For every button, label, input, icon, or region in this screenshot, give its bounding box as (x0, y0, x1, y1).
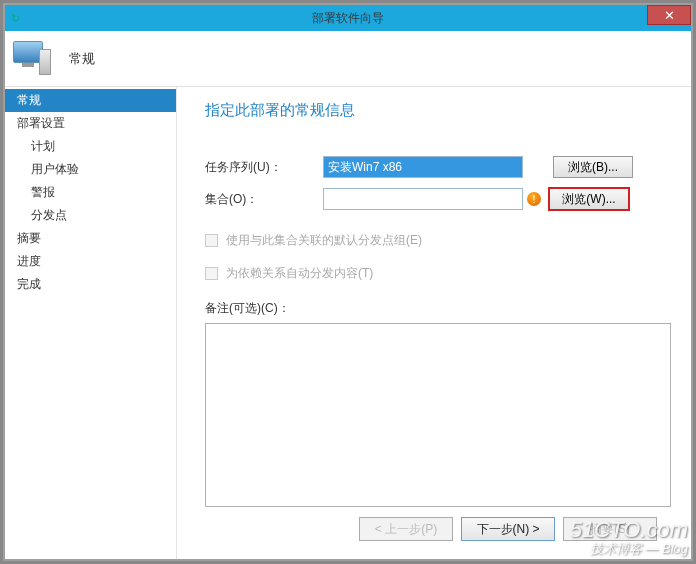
sidebar-item-schedule[interactable]: 计划 (5, 135, 176, 158)
sidebar-item-general[interactable]: 常规 (5, 89, 176, 112)
task-input[interactable] (323, 156, 523, 178)
sidebar: 常规 部署设置 计划 用户体验 警报 分发点 摘要 进度 完成 (5, 87, 177, 559)
warning-icon: ! (527, 192, 541, 206)
watermark: 51CTO.com 技术博客 — Blog (570, 518, 688, 556)
titlebar: ↻ 部署软件向导 ✕ (5, 5, 691, 31)
checkbox-default-groups (205, 234, 218, 247)
browse-b-button[interactable]: 浏览(B)... (553, 156, 633, 178)
window-title: 部署软件向导 (5, 10, 691, 27)
main-panel: 指定此部署的常规信息 任务序列(U)： 浏览(B)... 集合(O)： ! 浏览… (177, 87, 691, 559)
checkbox-label-1: 使用与此集合关联的默认分发点组(E) (226, 232, 422, 249)
checkbox-row-2: 为依赖关系自动分发内容(T) (205, 265, 671, 282)
sidebar-item-distribution-points[interactable]: 分发点 (5, 204, 176, 227)
computer-icon (13, 39, 53, 79)
checkbox-row-1: 使用与此集合关联的默认分发点组(E) (205, 232, 671, 249)
previous-button[interactable]: < 上一步(P) (359, 517, 453, 541)
checkbox-auto-dependencies (205, 267, 218, 280)
notes-label: 备注(可选)(C)： (205, 300, 671, 317)
collection-row: 集合(O)： ! 浏览(W)... (205, 188, 671, 210)
header: 常规 (5, 31, 691, 87)
sidebar-item-user-experience[interactable]: 用户体验 (5, 158, 176, 181)
watermark-sub: 技术博客 — Blog (570, 542, 688, 556)
sidebar-item-progress[interactable]: 进度 (5, 250, 176, 273)
sidebar-item-complete[interactable]: 完成 (5, 273, 176, 296)
task-label: 任务序列(U)： (205, 159, 315, 176)
collection-input[interactable] (323, 188, 523, 210)
refresh-icon[interactable]: ↻ (11, 12, 20, 25)
sidebar-item-deploy-settings[interactable]: 部署设置 (5, 112, 176, 135)
close-button[interactable]: ✕ (647, 5, 691, 25)
checkbox-label-2: 为依赖关系自动分发内容(T) (226, 265, 373, 282)
collection-label: 集合(O)： (205, 191, 315, 208)
next-button[interactable]: 下一步(N) > (461, 517, 555, 541)
notes-textarea[interactable] (205, 323, 671, 507)
sidebar-item-alerts[interactable]: 警报 (5, 181, 176, 204)
sidebar-item-summary[interactable]: 摘要 (5, 227, 176, 250)
watermark-main: 51CTO.com (570, 518, 688, 542)
header-title: 常规 (69, 50, 95, 68)
task-sequence-row: 任务序列(U)： 浏览(B)... (205, 156, 671, 178)
wizard-window: ↻ 部署软件向导 ✕ 常规 常规 部署设置 计划 用户体验 警报 分发点 摘要 … (3, 3, 693, 561)
body: 常规 部署设置 计划 用户体验 警报 分发点 摘要 进度 完成 指定此部署的常规… (5, 87, 691, 559)
page-title: 指定此部署的常规信息 (205, 101, 671, 120)
browse-w-button[interactable]: 浏览(W)... (549, 188, 629, 210)
